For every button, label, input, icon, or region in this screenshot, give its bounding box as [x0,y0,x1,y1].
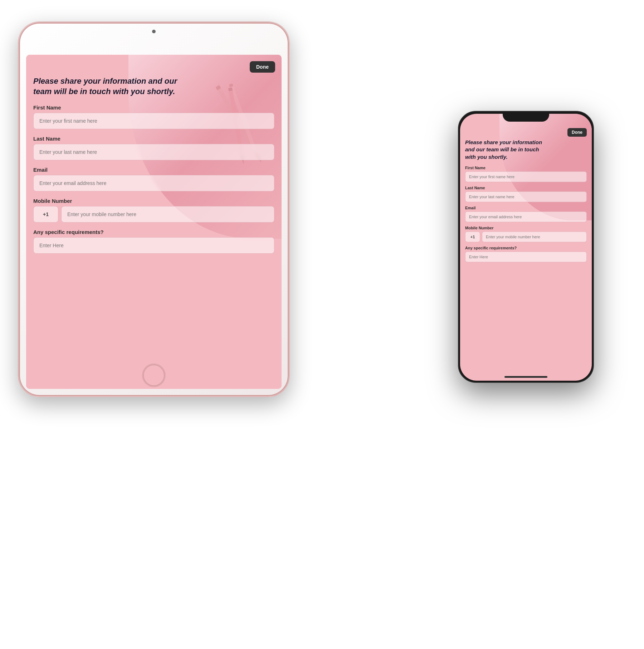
phone-last-name-group: Last Name [465,186,587,202]
tablet-form-content: Please share your information and our te… [33,76,274,382]
phone-first-name-input[interactable] [465,171,587,182]
tablet-form-headline: Please share your information and our te… [33,76,184,97]
scene: Done Please share your information and o… [0,0,644,649]
tablet-requirements-group: Any specific requirements? [33,229,274,254]
phone-email-group: Email [465,206,587,222]
phone-screen: Done Please share your information and o… [460,114,592,381]
phone-email-input[interactable] [465,211,587,222]
phone-device: Done Please share your information and o… [458,111,594,383]
phone-requirements-input[interactable] [465,252,587,262]
phone-phone-code: +1 [465,231,480,242]
tablet-form-bg: Done Please share your information and o… [26,55,282,389]
tablet-mobile-label: Mobile Number [33,198,274,204]
phone-first-name-label: First Name [465,166,587,170]
phone-email-label: Email [465,206,587,210]
phone-done-button[interactable]: Done [567,128,587,137]
tablet-first-name-input[interactable] [33,113,274,129]
tablet-phone-input[interactable] [61,206,274,223]
phone-home-bar [504,376,547,378]
tablet-mobile-group: Mobile Number +1 [33,198,274,223]
tablet-email-label: Email [33,167,274,173]
phone-last-name-input[interactable] [465,191,587,202]
tablet-last-name-label: Last Name [33,136,274,142]
phone-requirements-label: Any specific requirements? [465,246,587,250]
tablet-last-name-input[interactable] [33,144,274,160]
phone-form-headline: Please share your information and our te… [465,139,544,161]
tablet-done-button[interactable]: Done [250,61,275,73]
tablet-last-name-group: Last Name [33,136,274,160]
tablet-first-name-label: First Name [33,104,274,111]
tablet-email-input[interactable] [33,175,274,191]
tablet-camera [152,30,156,33]
tablet-first-name-group: First Name [33,104,274,129]
tablet-email-group: Email [33,167,274,191]
tablet-screen: Done Please share your information and o… [26,55,282,389]
phone-form-content: Please share your information and our te… [465,139,587,370]
phone-first-name-group: First Name [465,166,587,182]
phone-requirements-group: Any specific requirements? [465,246,587,262]
phone-phone-input[interactable] [482,231,587,242]
tablet-requirements-input[interactable] [33,237,274,254]
phone-notch [503,112,549,122]
tablet-device: Done Please share your information and o… [18,21,290,397]
tablet-phone-code: +1 [33,206,58,223]
phone-mobile-group: Mobile Number +1 [465,226,587,242]
tablet-requirements-label: Any specific requirements? [33,229,274,235]
phone-mobile-label: Mobile Number [465,226,587,230]
phone-last-name-label: Last Name [465,186,587,190]
phone-phone-row: +1 [465,231,587,242]
tablet-phone-row: +1 [33,206,274,223]
